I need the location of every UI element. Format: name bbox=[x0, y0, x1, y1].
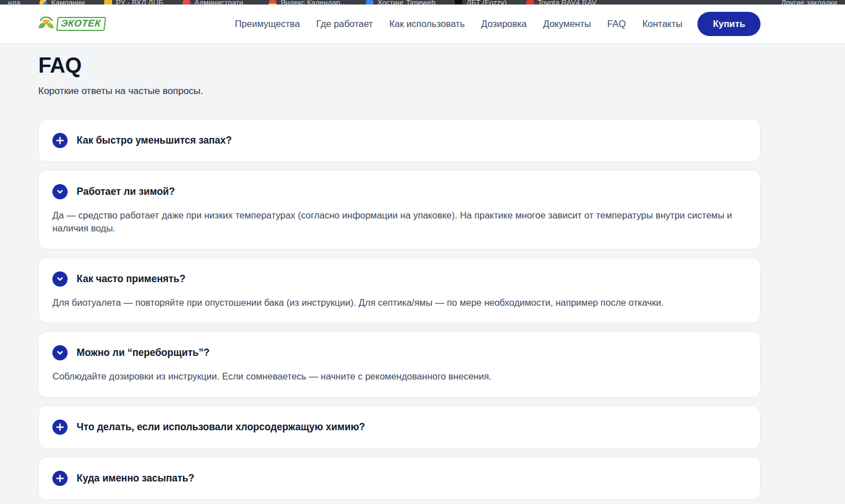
bookmark-label: Яндекс Календар... bbox=[281, 0, 346, 5]
faq-answer-text: Для биотуалета — повторяйте при опустоше… bbox=[52, 296, 746, 309]
faq-item: Работает ли зимой? Да — средство работае… bbox=[38, 170, 760, 249]
bookmark-label: ДБТ (Fozzy) bbox=[466, 0, 507, 5]
nav-link-advantages[interactable]: Преимущества bbox=[235, 19, 300, 29]
faq-item: Как быстро уменьшится запах? bbox=[38, 119, 760, 162]
timeweb-favicon bbox=[366, 0, 373, 5]
bookmark-item[interactable]: нда bbox=[8, 0, 20, 5]
nav-link-documents[interactable]: Документы bbox=[543, 19, 591, 29]
bookmark-item[interactable]: Хостинг Timeweb bbox=[366, 0, 435, 5]
bookmark-label: Toyota RAV4 RAV... bbox=[538, 0, 602, 5]
ecotek-logo-emblem bbox=[37, 15, 56, 34]
faq-question-toggle[interactable]: Можно ли “переборщить”? bbox=[52, 345, 746, 360]
faq-question-text: Что делать, если использовали хлорсодерж… bbox=[77, 421, 365, 433]
nav-link-dosage[interactable]: Дозировка bbox=[481, 19, 527, 29]
faq-question-toggle[interactable]: Куда именно засыпать? bbox=[52, 471, 746, 486]
page-title: FAQ bbox=[38, 53, 760, 78]
bookmark-item[interactable]: Кампании bbox=[39, 0, 85, 5]
bookmark-label: Хостинг Timeweb bbox=[377, 0, 435, 5]
bookmark-item[interactable]: Яндекс Календар... bbox=[269, 0, 346, 5]
black-favicon bbox=[455, 0, 462, 5]
plus-icon bbox=[52, 471, 68, 486]
bookmark-item[interactable]: Toyota RAV4 RAV... bbox=[526, 0, 602, 5]
faq-question-toggle[interactable]: Как часто применять? bbox=[52, 271, 746, 287]
yandex-calendar-favicon bbox=[269, 0, 277, 5]
nav-link-contacts[interactable]: Контакты bbox=[642, 19, 682, 29]
other-bookmarks-label: Другие закладки bbox=[781, 0, 837, 5]
bookmark-label: Кампании bbox=[51, 0, 85, 5]
faq-question-text: Как часто применять? bbox=[77, 273, 185, 285]
nav-link-how-to-use[interactable]: Как использовать bbox=[389, 19, 465, 29]
chevron-down-icon bbox=[52, 345, 68, 360]
faq-question-text: Работает ли зимой? bbox=[77, 186, 175, 198]
faq-item: Куда именно засыпать? bbox=[38, 457, 760, 500]
faq-item: Как часто применять? Для биотуалета — по… bbox=[38, 257, 760, 323]
page-subtitle: Короткие ответы на частые вопросы. bbox=[38, 86, 760, 97]
faq-item: Что делать, если использовали хлорсодерж… bbox=[38, 405, 760, 449]
bookmark-label: РУ - ВХД ДЦБ bbox=[116, 0, 163, 5]
plus-icon bbox=[52, 133, 68, 148]
faq-question-text: Как быстро уменьшится запах? bbox=[77, 135, 232, 146]
faq-question-text: Можно ли “переборщить”? bbox=[77, 347, 210, 359]
faq-item: Можно ли “переборщить”? Соблюдайте дозир… bbox=[38, 331, 760, 397]
faq-section: FAQ Короткие ответы на частые вопросы. К… bbox=[0, 44, 845, 504]
nav-link-faq[interactable]: FAQ bbox=[607, 19, 626, 29]
chevron-down-icon bbox=[52, 184, 68, 199]
bookmark-item[interactable]: РУ - ВХД ДЦБ bbox=[104, 0, 163, 5]
faq-question-text: Куда именно засыпать? bbox=[77, 472, 194, 484]
toyota-favicon bbox=[526, 0, 534, 5]
site-header: ЭКОТЕК Преимущества Где работает Как исп… bbox=[0, 5, 845, 44]
logo-wordmark: ЭКОТЕК bbox=[56, 17, 106, 31]
browser-bookmarks-bar: нда Кампании РУ - ВХД ДЦБ Администрати..… bbox=[0, 0, 845, 5]
faq-question-toggle[interactable]: Работает ли зимой? bbox=[52, 184, 746, 199]
faq-question-toggle[interactable]: Как быстро уменьшится запах? bbox=[52, 133, 746, 148]
faq-answer-text: Соблюдайте дозировки из инструкции. Если… bbox=[52, 370, 746, 383]
nav-link-where-works[interactable]: Где работает bbox=[316, 19, 373, 29]
yandex-direct-favicon bbox=[39, 0, 47, 5]
bookmark-item[interactable]: Администрати... bbox=[183, 0, 250, 5]
plus-icon bbox=[52, 420, 68, 435]
bookmark-item[interactable]: ДБТ (Fozzy) bbox=[455, 0, 507, 5]
folder-icon bbox=[104, 0, 112, 5]
buy-button[interactable]: Купить bbox=[697, 12, 760, 36]
faq-answer-text: Да — средство работает даже при низких т… bbox=[52, 209, 746, 235]
bookmark-label: Администрати... bbox=[194, 0, 250, 5]
bookmark-label: нда bbox=[8, 0, 20, 5]
faq-question-toggle[interactable]: Что делать, если использовали хлорсодерж… bbox=[52, 420, 746, 435]
chevron-down-icon bbox=[52, 271, 68, 287]
main-nav: Преимущества Где работает Как использова… bbox=[235, 19, 682, 29]
bookmarks-row: нда Кампании РУ - ВХД ДЦБ Администрати..… bbox=[0, 0, 845, 5]
other-bookmarks-button[interactable]: Другие закладки bbox=[781, 0, 837, 5]
red-favicon bbox=[183, 0, 190, 5]
logo[interactable]: ЭКОТЕК bbox=[37, 15, 105, 34]
